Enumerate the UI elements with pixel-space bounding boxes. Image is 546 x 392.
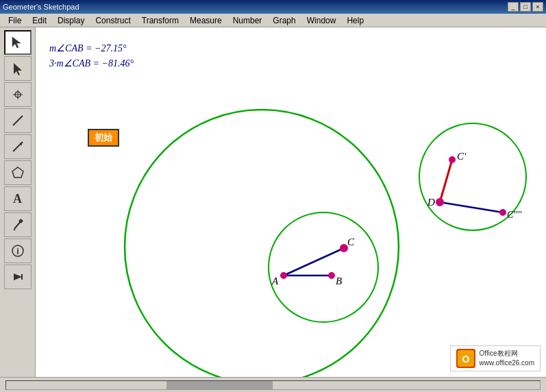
- watermark-site1: Office教程网: [480, 349, 534, 358]
- svg-marker-10: [13, 229, 16, 230]
- point-b[interactable]: [328, 272, 335, 279]
- line-ac: [284, 248, 344, 275]
- label-a: A: [271, 275, 279, 286]
- point-cprime[interactable]: [449, 156, 456, 163]
- close-button[interactable]: ×: [532, 2, 543, 12]
- main-layout: A i m∠CAB = −27.15° 3·m∠: [0, 27, 546, 377]
- point-tool[interactable]: [4, 82, 32, 107]
- menu-graph[interactable]: Graph: [267, 14, 301, 27]
- point-a[interactable]: [280, 272, 287, 279]
- canvas-area[interactable]: m∠CAB = −27.15° 3·m∠CAB = −81.46° 初始: [36, 27, 546, 377]
- select-tool[interactable]: [4, 30, 32, 55]
- office-icon: O: [456, 349, 475, 368]
- svg-marker-14: [14, 273, 22, 280]
- label-cprime: C': [457, 151, 467, 162]
- watermark: O Office教程网 www.office26.com: [450, 345, 541, 371]
- status-bar: [0, 377, 546, 392]
- arrow-tool[interactable]: [4, 56, 32, 81]
- menu-edit[interactable]: Edit: [27, 14, 52, 27]
- svg-text:i: i: [16, 247, 18, 256]
- small-inner-circle: [269, 212, 378, 322]
- title-bar-buttons[interactable]: _ □ ×: [508, 2, 543, 12]
- ray-tool[interactable]: [4, 134, 32, 159]
- label-b: B: [336, 275, 342, 286]
- label-c: C: [347, 236, 355, 247]
- label-d: D: [427, 197, 435, 208]
- info-tool[interactable]: i: [4, 238, 32, 263]
- menu-window[interactable]: Window: [301, 14, 342, 27]
- title-bar: Geometer's Sketchpad _ □ ×: [0, 0, 546, 14]
- line-d-cprime4: [440, 202, 503, 212]
- maximize-button[interactable]: □: [520, 2, 531, 12]
- svg-line-5: [13, 116, 23, 125]
- point-cprime4[interactable]: [499, 209, 506, 216]
- marker-tool[interactable]: [4, 212, 32, 237]
- polygon-tool[interactable]: [4, 160, 32, 185]
- geometry-canvas: A B C D C' C'''': [36, 27, 546, 377]
- line-dc-prime: [440, 160, 452, 202]
- menu-bar: File Edit Display Construct Transform Me…: [0, 14, 546, 27]
- large-circle: [125, 110, 399, 377]
- scroll-bar[interactable]: [5, 380, 541, 390]
- watermark-text: Office教程网 www.office26.com: [480, 349, 534, 368]
- menu-number[interactable]: Number: [227, 14, 268, 27]
- text-tool[interactable]: A: [4, 186, 32, 211]
- label-cprime4: C'''': [507, 210, 522, 220]
- point-d[interactable]: [436, 198, 444, 206]
- menu-construct[interactable]: Construct: [90, 14, 136, 27]
- svg-marker-1: [14, 63, 22, 75]
- svg-marker-8: [12, 167, 23, 177]
- watermark-site2: www.office26.com: [480, 358, 534, 368]
- menu-help[interactable]: Help: [341, 14, 369, 27]
- svg-marker-0: [12, 37, 21, 48]
- menu-measure[interactable]: Measure: [184, 14, 227, 27]
- custom-tool[interactable]: [4, 265, 32, 289]
- menu-file[interactable]: File: [3, 14, 27, 27]
- title-text: Geometer's Sketchpad: [3, 3, 79, 11]
- scroll-thumb[interactable]: [166, 381, 273, 389]
- toolbar: A i: [0, 27, 36, 377]
- menu-transform[interactable]: Transform: [136, 14, 184, 27]
- menu-display[interactable]: Display: [52, 14, 90, 27]
- minimize-button[interactable]: _: [508, 2, 519, 12]
- line-tool[interactable]: [4, 108, 32, 133]
- svg-text:O: O: [462, 354, 469, 365]
